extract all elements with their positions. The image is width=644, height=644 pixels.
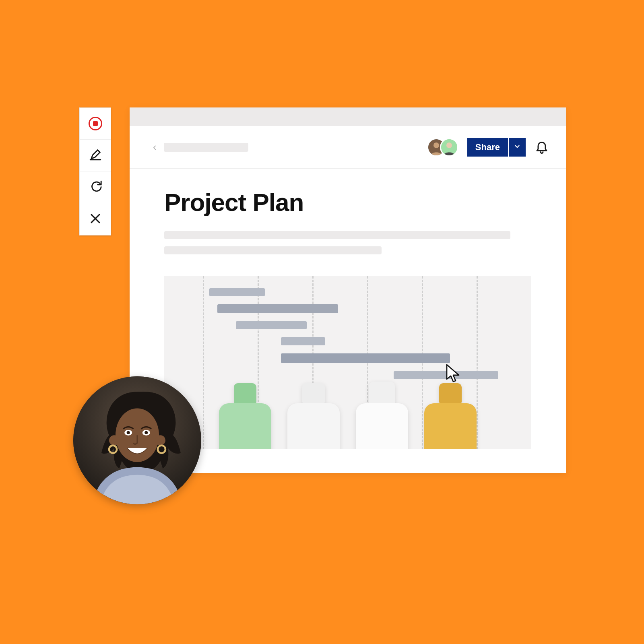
notifications-button[interactable] — [535, 139, 549, 155]
gantt-task-bar[interactable] — [281, 337, 325, 345]
recording-toolbar — [79, 107, 111, 235]
document-body: Project Plan — [130, 169, 566, 449]
record-icon — [89, 117, 102, 130]
breadcrumb-placeholder — [164, 143, 248, 152]
product-image-row — [164, 371, 531, 449]
svg-point-11 — [127, 431, 130, 434]
product-bottle-yellow — [424, 375, 477, 449]
product-bottle-green — [219, 375, 271, 449]
collaborator-avatars[interactable] — [427, 138, 458, 157]
gantt-chart — [164, 276, 531, 449]
avatar-user-2[interactable] — [440, 138, 458, 157]
redo-icon — [89, 180, 102, 195]
svg-point-3 — [446, 142, 452, 148]
draw-button[interactable] — [80, 140, 111, 171]
chevron-left-icon: ‹ — [153, 141, 157, 153]
share-label: Share — [475, 142, 500, 153]
share-button[interactable]: Share — [467, 138, 508, 157]
svg-point-1 — [433, 142, 439, 148]
page-title: Project Plan — [164, 188, 531, 217]
close-icon — [89, 212, 102, 227]
gantt-task-bar[interactable] — [217, 304, 338, 313]
text-placeholder-line — [164, 231, 510, 239]
presenter-avatar — [73, 376, 201, 504]
pencil-icon — [89, 148, 102, 163]
svg-point-7 — [155, 435, 165, 445]
record-button[interactable] — [80, 108, 111, 140]
chevron-down-icon — [514, 143, 521, 152]
svg-point-13 — [144, 431, 148, 434]
window-titlebar — [130, 107, 566, 126]
redo-button[interactable] — [80, 171, 111, 203]
svg-point-6 — [109, 435, 119, 445]
gantt-task-bar[interactable] — [209, 288, 265, 296]
gantt-task-bar[interactable] — [236, 321, 307, 329]
product-bottle-white — [287, 375, 340, 449]
gantt-task-bar[interactable] — [281, 353, 450, 363]
bell-icon — [535, 148, 549, 155]
product-bottle-white — [356, 375, 408, 449]
breadcrumb[interactable]: ‹ — [153, 141, 248, 153]
share-button-group: Share — [467, 138, 526, 157]
document-header: ‹ Share — [130, 126, 566, 169]
header-actions: Share — [427, 138, 549, 157]
close-button[interactable] — [80, 203, 111, 235]
gantt-bars — [164, 288, 531, 379]
share-dropdown-button[interactable] — [509, 138, 526, 157]
text-placeholder-line — [164, 246, 382, 254]
